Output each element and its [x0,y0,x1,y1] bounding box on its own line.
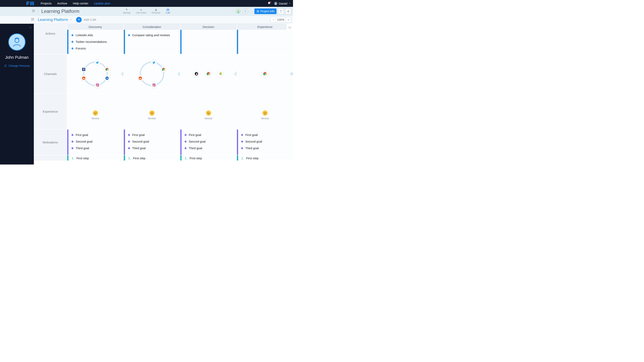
chrome-icon[interactable] [205,70,212,77]
cell-experience-discovery[interactable]: Neutral [67,94,123,129]
cell-actions-discovery[interactable]: LinkedIn Ads Twitter recomendations Foru… [67,30,123,54]
svg-rect-14 [257,10,257,11]
svg-rect-65 [264,114,266,114]
svg-rect-17 [258,11,259,11]
instagram-icon[interactable] [94,82,100,88]
chrome-icon[interactable] [104,66,110,72]
chrome-icon[interactable] [160,66,167,72]
twitter-icon[interactable] [94,59,100,65]
nav-archive[interactable]: Archive [54,0,70,7]
cell-actions-decision[interactable] [180,30,236,54]
grid-icon[interactable] [32,9,35,13]
svg-point-58 [152,112,153,113]
svg-rect-20 [32,18,32,19]
svg-rect-38 [106,78,107,79]
share-icon [287,10,290,13]
change-persona-button[interactable]: Change Persona [4,64,30,67]
cell-actions-experience[interactable] [236,30,293,54]
cell-motivations-discovery[interactable]: First goal Second goal Third goal [67,129,123,155]
export-button[interactable] [278,8,284,14]
chrome-icon[interactable] [262,70,268,77]
add-collaborator-button[interactable]: + [243,8,248,14]
svg-point-39 [106,77,107,78]
svg-point-33 [84,78,84,79]
cell-motivations-decision[interactable]: First goal Second goal Third goal [180,129,236,155]
user-menu[interactable]: Daniel [274,1,290,5]
svg-rect-12 [167,9,169,10]
add-cjm-button[interactable]: + [76,17,82,22]
collapse-panel-button[interactable]: ‹‹ [30,26,32,29]
svg-rect-21 [33,18,34,19]
cell-next-decision[interactable]: 1.First step [180,155,236,160]
add-cjm-label: Add CJM [84,18,96,21]
cell-next-experience[interactable]: 1.First step [236,155,293,160]
apple-icon[interactable] [193,70,200,77]
sitemap-icon [125,8,128,11]
svg-point-64 [266,112,266,113]
twitter-icon[interactable] [151,59,157,65]
zoom-value: 100% [276,18,286,21]
linkedin-icon[interactable] [104,75,110,81]
svg-rect-6 [32,11,33,12]
row-label-experience: Experience [34,94,67,129]
cell-motivations-experience[interactable]: First goal Second goal Third goal [236,129,293,155]
svg-point-10 [156,9,156,10]
reddit-icon[interactable] [137,75,143,81]
stage-header[interactable]: Discovery [67,24,123,30]
share-button[interactable] [285,8,291,14]
personas-icon [154,8,158,11]
instagram-icon[interactable] [151,82,157,88]
neutral-face-icon[interactable] [262,110,268,116]
svg-rect-4 [32,10,33,11]
persona-name: John Pulman [5,55,29,60]
android-icon[interactable] [217,70,224,77]
zoom-out-button[interactable]: − [271,17,276,22]
app-logo[interactable] [0,1,38,5]
cell-experience-consideration[interactable]: Neutral [123,94,180,129]
stage-header[interactable]: Consideration [123,24,180,30]
tab-sitemap[interactable]: Sitemap [123,8,130,14]
cell-next-discovery[interactable]: 1.First step [67,155,123,160]
svg-rect-9 [126,9,128,10]
neutral-face-icon[interactable] [206,110,211,116]
keyboard-icon[interactable] [288,26,292,29]
stage-header[interactable]: Decision [180,24,236,30]
nav-update-plan[interactable]: Update plan [91,0,113,7]
project-info-button[interactable]: Project info [254,8,276,14]
svg-rect-16 [257,11,257,11]
svg-rect-59 [151,114,153,114]
cell-motivations-consideration[interactable]: First goal Second goal Third goal [123,129,180,155]
cell-channels-experience[interactable] [236,54,293,93]
nav-help-center[interactable]: Help center [70,0,91,7]
cell-channels-discovery[interactable] [67,54,123,93]
cell-channels-decision[interactable] [180,54,236,93]
svg-point-13 [238,10,239,11]
cell-experience-experience[interactable]: Neutral [236,94,293,129]
reddit-icon[interactable] [81,75,87,81]
svg-rect-18 [257,12,257,12]
stage-header[interactable]: Experience [236,24,293,30]
zoom-in-button[interactable]: + [286,17,291,22]
neutral-face-icon[interactable] [93,110,98,116]
breadcrumb[interactable]: Learning Platform [38,17,72,22]
grid-icon[interactable] [31,18,34,21]
user-name: Daniel [279,2,288,5]
cell-next-consideration[interactable]: 1.First step [123,155,180,160]
tab-personas[interactable]: Personas [152,8,160,14]
facebook-icon[interactable] [81,66,87,72]
cell-experience-decision[interactable]: Neutral [180,94,236,129]
tab-user-flows[interactable]: User Flows [136,8,146,14]
zoom-control: − 100% + [270,17,291,22]
neutral-face-icon[interactable] [149,110,154,116]
svg-rect-2 [33,1,34,5]
persona-chip[interactable] [236,8,241,14]
nav-projects[interactable]: Projects [38,0,54,7]
svg-rect-0 [30,1,31,5]
persona-avatar[interactable] [8,33,26,51]
tab-cjm[interactable]: CJM [166,8,170,14]
cell-actions-consideration[interactable]: Compare rating and reviews [123,30,180,54]
svg-rect-34 [96,84,99,87]
svg-point-29 [106,69,108,70]
notifications-icon[interactable] [268,1,271,5]
cell-channels-consideration[interactable] [123,54,180,93]
